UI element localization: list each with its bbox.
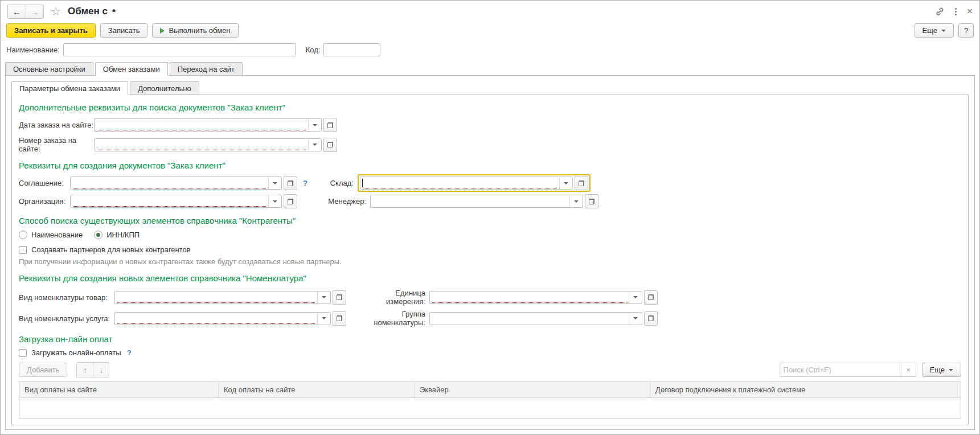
- clear-search-icon[interactable]: ×: [901, 363, 916, 376]
- payments-more-button[interactable]: Еще: [922, 363, 961, 377]
- favorite-star-icon[interactable]: ☆: [51, 6, 61, 17]
- create-partners-checkbox[interactable]: [19, 246, 27, 254]
- open-icon: [327, 122, 333, 128]
- order-date-dropdown-icon[interactable]: [308, 119, 321, 131]
- manager-field: [370, 195, 583, 208]
- service-type-dropdown-icon[interactable]: [317, 313, 330, 325]
- more-button[interactable]: Еще: [915, 23, 954, 38]
- tab-order-exchange[interactable]: Обмен заказами: [95, 62, 168, 76]
- unit-dropdown-icon[interactable]: [629, 292, 642, 303]
- execute-exchange-button[interactable]: Выполнить обмен: [152, 23, 238, 38]
- column-payment-code[interactable]: Код оплаты на сайте: [219, 382, 415, 397]
- open-icon: [648, 315, 654, 321]
- open-icon: [589, 199, 594, 204]
- warehouse-input[interactable]: [360, 178, 559, 188]
- column-payment-system-contract[interactable]: Договор подключения к платежной системе: [650, 382, 961, 397]
- unit-label: Единица измерения:: [354, 289, 429, 306]
- column-payment-type[interactable]: Вид оплаты на сайте: [19, 382, 219, 397]
- warehouse-open-button[interactable]: [575, 176, 588, 190]
- order-number-input[interactable]: [95, 140, 308, 150]
- more-menu-icon[interactable]: [955, 11, 957, 13]
- online-payments-help-icon[interactable]: ?: [127, 348, 132, 357]
- warehouse-field: [360, 177, 573, 190]
- open-icon: [288, 199, 293, 204]
- text-cursor: [362, 179, 363, 187]
- save-button[interactable]: Записать: [100, 23, 148, 38]
- create-partners-row: Создавать партнеров для новых контрагент…: [19, 245, 961, 254]
- organization-label: Организация:: [19, 197, 70, 206]
- nomenclature-group-dropdown-icon[interactable]: [629, 313, 642, 325]
- organization-dropdown-icon[interactable]: [268, 195, 281, 207]
- add-payment-button[interactable]: Добавить: [19, 363, 67, 377]
- counterparty-search-options-row: Наименование ИНН/КПП: [19, 231, 961, 239]
- forward-button[interactable]: →: [26, 5, 43, 18]
- subtab-exchange-parameters[interactable]: Параметры обмена заказами: [11, 81, 128, 95]
- order-date-field: [94, 118, 322, 132]
- warehouse-dropdown-icon[interactable]: [559, 177, 572, 189]
- move-up-button[interactable]: ↑: [77, 363, 93, 377]
- radio-by-name-label[interactable]: Наименование: [31, 231, 83, 239]
- unit-field: [429, 291, 642, 304]
- manager-dropdown-icon[interactable]: [569, 195, 583, 207]
- arrow-up-icon: ↑: [83, 366, 87, 375]
- order-number-open-button[interactable]: [323, 138, 337, 152]
- warehouse-focused-field-wrap: [358, 174, 591, 192]
- load-online-payments-label[interactable]: Загружать онлайн-оплаты: [31, 348, 121, 357]
- nomenclature-group-input[interactable]: [430, 314, 629, 323]
- more-button-label: Еще: [922, 26, 937, 35]
- goods-type-label: Вид номенклатуры товар:: [19, 293, 114, 302]
- open-icon: [288, 180, 293, 186]
- column-acquirer[interactable]: Эквайер: [415, 382, 650, 397]
- goods-type-open-button[interactable]: [333, 290, 346, 305]
- service-type-open-button[interactable]: [333, 311, 346, 326]
- close-icon[interactable]: ×: [967, 6, 973, 17]
- tab-go-to-site[interactable]: Переход на сайт: [170, 62, 243, 76]
- tab-main-settings[interactable]: Основные настройки: [5, 62, 93, 76]
- agreement-open-button[interactable]: [284, 176, 297, 190]
- payments-table-header: Вид оплаты на сайте Код оплаты на сайте …: [19, 382, 961, 398]
- move-down-button[interactable]: ↓: [93, 363, 109, 377]
- payments-search-input[interactable]: [780, 365, 901, 375]
- code-input[interactable]: [323, 43, 380, 56]
- subtab-additional[interactable]: Дополнительно: [130, 81, 199, 95]
- open-icon: [579, 180, 584, 186]
- radio-by-name[interactable]: [19, 231, 27, 239]
- payments-table: Вид оплаты на сайте Код оплаты на сайте …: [19, 381, 961, 419]
- goods-type-input[interactable]: [115, 293, 317, 302]
- section-title-nomenclature-attributes: Реквизиты для создания новых элементов с…: [19, 273, 961, 283]
- load-online-payments-checkbox[interactable]: [19, 349, 27, 357]
- agreement-warehouse-row: Соглашение: ? Склад:: [19, 176, 961, 190]
- agreement-help-icon[interactable]: ?: [303, 179, 307, 187]
- order-date-open-button[interactable]: [323, 118, 337, 132]
- unit-input[interactable]: [430, 293, 629, 302]
- exchange-form-window: ← → ☆ Обмен с * × Записать и закрыть Зап…: [0, 0, 980, 435]
- get-link-icon[interactable]: [935, 7, 945, 17]
- organization-open-button[interactable]: [284, 194, 297, 208]
- create-partners-label[interactable]: Создавать партнеров для новых контрагент…: [31, 245, 191, 254]
- agreement-dropdown-icon[interactable]: [268, 177, 281, 189]
- manager-open-button[interactable]: [585, 194, 598, 208]
- order-date-input[interactable]: [95, 120, 308, 130]
- unit-open-button[interactable]: [644, 290, 658, 305]
- help-button[interactable]: ?: [958, 23, 974, 38]
- organization-input[interactable]: [71, 196, 268, 206]
- radio-by-inn-kpp-label[interactable]: ИНН/КПП: [106, 231, 140, 239]
- titlebar: ← → ☆ Обмен с * ×: [1, 1, 979, 22]
- save-and-close-button[interactable]: Записать и закрыть: [6, 23, 96, 38]
- agreement-input[interactable]: [71, 178, 268, 188]
- back-button[interactable]: ←: [8, 5, 26, 18]
- service-type-input[interactable]: [115, 314, 317, 323]
- create-partners-hint: При получении информации о новых контраг…: [19, 257, 961, 266]
- nomenclature-group-open-button[interactable]: [644, 311, 658, 326]
- forward-icon: →: [31, 7, 39, 17]
- goods-type-dropdown-icon[interactable]: [317, 292, 330, 303]
- order-number-dropdown-icon[interactable]: [308, 139, 321, 151]
- vertical-dots-icon: [955, 11, 957, 13]
- name-input[interactable]: [63, 43, 296, 56]
- radio-by-inn-kpp[interactable]: [94, 231, 102, 239]
- open-icon: [337, 294, 342, 300]
- organization-field: [70, 195, 282, 208]
- open-icon: [648, 294, 654, 300]
- manager-input[interactable]: [371, 196, 569, 206]
- open-icon: [337, 315, 342, 321]
